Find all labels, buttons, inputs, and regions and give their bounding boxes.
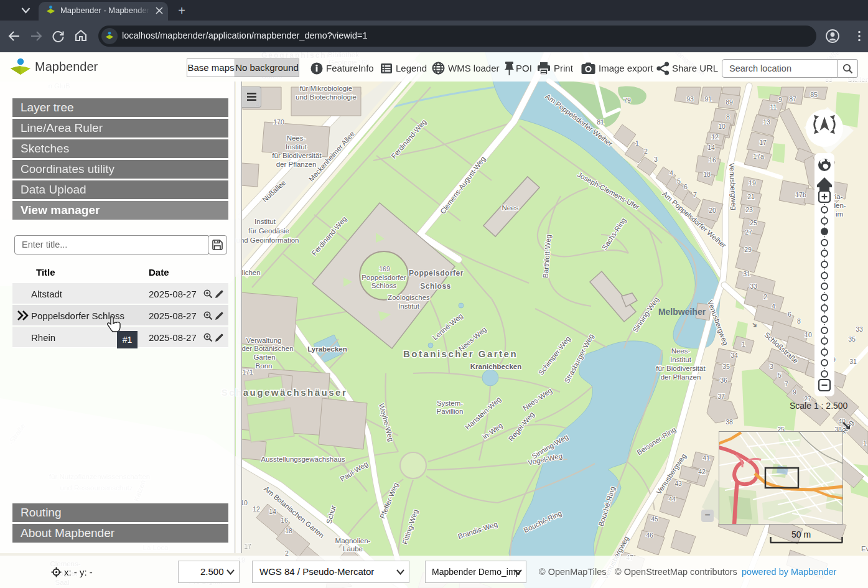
svg-text:im: im xyxy=(836,210,843,218)
svg-text:Schloss: Schloss xyxy=(420,282,451,291)
svg-text:12: 12 xyxy=(711,133,719,141)
svg-text:Institut: Institut xyxy=(398,302,420,310)
svg-text:23: 23 xyxy=(745,206,753,213)
svg-text:7: 7 xyxy=(785,380,788,388)
svg-text:27: 27 xyxy=(745,228,752,236)
svg-text:und Biotechnologie: und Biotechnologie xyxy=(296,93,357,101)
svg-text:89: 89 xyxy=(726,98,733,106)
svg-text:18: 18 xyxy=(285,527,292,534)
svg-text:Nees-: Nees- xyxy=(287,134,306,142)
svg-text:170: 170 xyxy=(273,118,284,126)
svg-text:17a: 17a xyxy=(753,152,764,160)
svg-text:2: 2 xyxy=(644,147,648,155)
svg-text:11: 11 xyxy=(770,103,777,111)
svg-text:Pavillion: Pavillion xyxy=(437,408,464,415)
svg-text:Ausstellungsgewächshaus: Ausstellungsgewächshaus xyxy=(261,455,345,463)
svg-text:5: 5 xyxy=(677,177,681,185)
svg-text:Verwaltung: Verwaltung xyxy=(246,337,282,344)
svg-text:5: 5 xyxy=(778,371,782,379)
svg-text:Laube: Laube xyxy=(343,545,363,553)
svg-text:29: 29 xyxy=(744,246,752,253)
svg-text:35: 35 xyxy=(722,363,730,370)
svg-text:14: 14 xyxy=(707,144,715,151)
svg-text:17b: 17b xyxy=(795,191,806,198)
svg-text:46: 46 xyxy=(646,531,653,539)
svg-text:Melbweiher: Melbweiher xyxy=(658,307,706,317)
svg-text:35: 35 xyxy=(848,335,856,343)
svg-text:und Geoinformation: und Geoinformation xyxy=(236,236,299,244)
svg-text:Evan: Evan xyxy=(861,545,868,553)
svg-text:45: 45 xyxy=(651,515,658,523)
svg-text:34: 34 xyxy=(730,352,738,359)
svg-text:Institut: Institut xyxy=(670,356,692,363)
svg-text:37: 37 xyxy=(717,393,725,400)
svg-text:für Mikrobiologie: für Mikrobiologie xyxy=(300,85,352,92)
svg-text:Botanischer Garten: Botanischer Garten xyxy=(403,348,518,359)
svg-text:für Geodäsie: für Geodäsie xyxy=(248,227,289,235)
svg-text:Magnolien-: Magnolien- xyxy=(335,537,371,544)
svg-text:2: 2 xyxy=(763,293,767,301)
svg-text:9: 9 xyxy=(778,96,782,103)
svg-text:16: 16 xyxy=(709,156,716,164)
svg-text:1: 1 xyxy=(742,340,745,348)
svg-text:18: 18 xyxy=(703,170,711,178)
svg-text:91: 91 xyxy=(704,95,712,103)
svg-text:8: 8 xyxy=(797,317,801,325)
svg-text:44: 44 xyxy=(668,495,676,503)
svg-text:Institut: Institut xyxy=(286,143,307,151)
svg-text:16: 16 xyxy=(281,516,288,524)
svg-text:6: 6 xyxy=(684,183,688,190)
svg-text:87: 87 xyxy=(789,95,796,103)
svg-text:für Biodiversität: für Biodiversität xyxy=(272,152,322,159)
svg-text:Poppelsdorfer: Poppelsdorfer xyxy=(409,269,464,278)
svg-text:10: 10 xyxy=(718,123,726,130)
svg-text:36: 36 xyxy=(720,376,727,384)
svg-text:für Biodiversität: für Biodiversität xyxy=(656,365,706,372)
svg-text:Institut: Institut xyxy=(254,218,276,225)
svg-text:41: 41 xyxy=(702,454,710,462)
svg-text:81: 81 xyxy=(597,118,604,126)
svg-text:21: 21 xyxy=(747,193,755,200)
svg-text:79: 79 xyxy=(623,96,631,104)
svg-text:Schloss: Schloss xyxy=(371,282,397,289)
svg-text:3: 3 xyxy=(770,363,773,370)
svg-text:169: 169 xyxy=(379,265,390,273)
svg-text:1: 1 xyxy=(635,139,639,147)
svg-text:171: 171 xyxy=(242,368,253,376)
svg-text:der Pflanzen: der Pflanzen xyxy=(661,373,701,381)
svg-text:85: 85 xyxy=(810,91,818,98)
svg-text:der Pflanzen: der Pflanzen xyxy=(276,161,317,168)
svg-text:42: 42 xyxy=(698,468,706,475)
svg-text:12: 12 xyxy=(253,505,260,513)
svg-text:17: 17 xyxy=(244,543,251,550)
svg-text:25: 25 xyxy=(750,219,757,226)
svg-text:31: 31 xyxy=(743,270,750,278)
svg-text:19: 19 xyxy=(749,179,756,187)
svg-text:17: 17 xyxy=(759,139,767,146)
svg-text:4: 4 xyxy=(670,169,673,177)
svg-text:Kranichbecken: Kranichbecken xyxy=(470,363,521,370)
svg-text:1: 1 xyxy=(863,439,867,447)
svg-text:Bonn: Bonn xyxy=(256,362,273,370)
svg-text:Lyrabecken: Lyrabecken xyxy=(307,345,347,353)
svg-text:33: 33 xyxy=(750,282,757,290)
svg-text:3: 3 xyxy=(654,156,658,163)
svg-text:System-: System- xyxy=(437,399,463,407)
svg-text:7: 7 xyxy=(693,191,697,198)
svg-text:38: 38 xyxy=(726,418,733,426)
svg-text:Nees: Nees xyxy=(502,204,519,212)
svg-text:10: 10 xyxy=(805,331,812,338)
svg-text:Poppelsdorfer: Poppelsdorfer xyxy=(362,274,406,281)
svg-text:14: 14 xyxy=(269,508,276,515)
svg-text:der Botanischen: der Botanischen xyxy=(241,345,293,352)
svg-text:4: 4 xyxy=(772,302,775,310)
svg-text:Gärten: Gärten xyxy=(253,353,275,361)
svg-text:8: 8 xyxy=(726,113,730,121)
svg-text:31: 31 xyxy=(849,358,857,365)
svg-text:Nees-: Nees- xyxy=(671,347,691,355)
svg-text:93: 93 xyxy=(686,95,694,103)
svg-text:tlichen: tlichen xyxy=(240,269,260,276)
svg-text:13: 13 xyxy=(763,118,770,126)
svg-text:6: 6 xyxy=(788,310,791,318)
svg-text:9: 9 xyxy=(793,388,796,396)
